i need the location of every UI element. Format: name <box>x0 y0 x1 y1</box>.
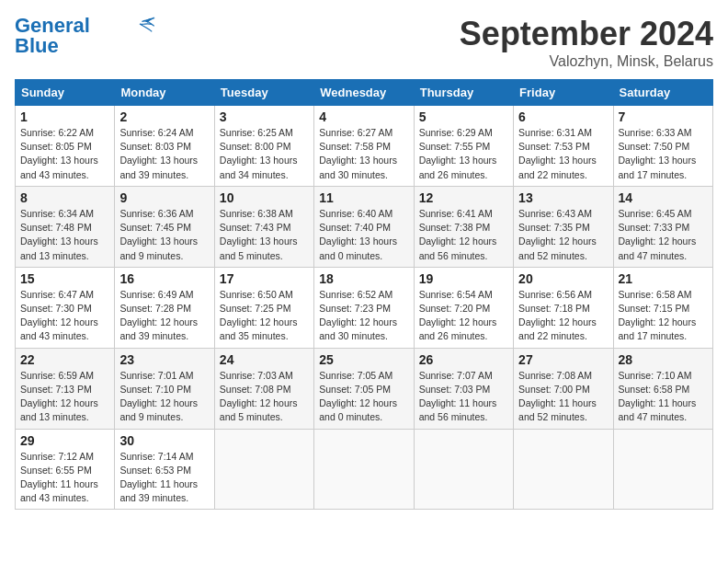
weekday-header-sunday: Sunday <box>16 80 115 106</box>
calendar-cell: 23Sunrise: 7:01 AM Sunset: 7:10 PM Dayli… <box>115 348 214 429</box>
weekday-header-tuesday: Tuesday <box>214 80 313 106</box>
calendar-cell: 7Sunrise: 6:33 AM Sunset: 7:50 PM Daylig… <box>613 106 712 187</box>
weekday-header-thursday: Thursday <box>414 80 513 106</box>
day-number: 3 <box>220 109 309 124</box>
calendar-cell: 13Sunrise: 6:43 AM Sunset: 7:35 PM Dayli… <box>514 186 613 267</box>
day-info: Sunrise: 6:34 AM Sunset: 7:48 PM Dayligh… <box>20 207 109 263</box>
day-number: 10 <box>220 190 309 205</box>
day-info: Sunrise: 6:22 AM Sunset: 8:05 PM Dayligh… <box>20 126 109 182</box>
day-number: 29 <box>20 433 109 448</box>
calendar-week-row: 22Sunrise: 6:59 AM Sunset: 7:13 PM Dayli… <box>16 348 713 429</box>
day-info: Sunrise: 6:45 AM Sunset: 7:33 PM Dayligh… <box>619 207 708 263</box>
day-info: Sunrise: 6:41 AM Sunset: 7:38 PM Dayligh… <box>419 207 508 263</box>
calendar-cell <box>514 429 613 510</box>
day-number: 21 <box>619 271 708 286</box>
day-info: Sunrise: 6:49 AM Sunset: 7:28 PM Dayligh… <box>119 288 209 344</box>
calendar-cell: 24Sunrise: 7:03 AM Sunset: 7:08 PM Dayli… <box>214 348 313 429</box>
day-number: 11 <box>319 190 408 205</box>
day-info: Sunrise: 6:56 AM Sunset: 7:18 PM Dayligh… <box>518 288 608 344</box>
day-number: 17 <box>220 271 309 286</box>
logo-blue-text: Blue <box>15 35 59 57</box>
calendar-cell: 29Sunrise: 7:12 AM Sunset: 6:55 PM Dayli… <box>16 429 115 510</box>
calendar-cell <box>414 429 513 510</box>
calendar-cell: 9Sunrise: 6:36 AM Sunset: 7:45 PM Daylig… <box>115 186 214 267</box>
day-info: Sunrise: 6:33 AM Sunset: 7:50 PM Dayligh… <box>619 126 708 182</box>
day-info: Sunrise: 7:14 AM Sunset: 6:53 PM Dayligh… <box>119 450 209 506</box>
day-info: Sunrise: 7:12 AM Sunset: 6:55 PM Dayligh… <box>20 450 109 506</box>
calendar-cell: 5Sunrise: 6:29 AM Sunset: 7:55 PM Daylig… <box>414 106 513 187</box>
day-info: Sunrise: 6:40 AM Sunset: 7:40 PM Dayligh… <box>319 207 408 263</box>
day-info: Sunrise: 6:52 AM Sunset: 7:23 PM Dayligh… <box>319 288 408 344</box>
day-number: 25 <box>319 352 408 367</box>
day-number: 12 <box>419 190 508 205</box>
day-number: 1 <box>20 109 109 124</box>
day-number: 13 <box>518 190 608 205</box>
day-number: 6 <box>518 109 608 124</box>
day-info: Sunrise: 6:58 AM Sunset: 7:15 PM Dayligh… <box>619 288 708 344</box>
calendar-cell: 16Sunrise: 6:49 AM Sunset: 7:28 PM Dayli… <box>115 267 214 348</box>
day-number: 20 <box>518 271 608 286</box>
title-block: September 2024 Valozhyn, Minsk, Belarus <box>460 15 713 70</box>
day-number: 8 <box>20 190 109 205</box>
calendar-week-row: 1Sunrise: 6:22 AM Sunset: 8:05 PM Daylig… <box>16 106 713 187</box>
calendar-cell: 1Sunrise: 6:22 AM Sunset: 8:05 PM Daylig… <box>16 106 115 187</box>
calendar-cell: 21Sunrise: 6:58 AM Sunset: 7:15 PM Dayli… <box>613 267 712 348</box>
calendar-cell <box>314 429 414 510</box>
calendar-cell: 4Sunrise: 6:27 AM Sunset: 7:58 PM Daylig… <box>314 106 414 187</box>
calendar-cell: 25Sunrise: 7:05 AM Sunset: 7:05 PM Dayli… <box>314 348 414 429</box>
calendar-header-row: SundayMondayTuesdayWednesdayThursdayFrid… <box>16 80 713 106</box>
day-number: 15 <box>20 271 109 286</box>
calendar-cell: 2Sunrise: 6:24 AM Sunset: 8:03 PM Daylig… <box>115 106 214 187</box>
day-number: 4 <box>319 109 408 124</box>
day-info: Sunrise: 7:08 AM Sunset: 7:00 PM Dayligh… <box>518 369 608 425</box>
day-number: 19 <box>419 271 508 286</box>
day-info: Sunrise: 7:07 AM Sunset: 7:03 PM Dayligh… <box>419 369 508 425</box>
day-info: Sunrise: 7:10 AM Sunset: 6:58 PM Dayligh… <box>619 369 708 425</box>
day-info: Sunrise: 7:03 AM Sunset: 7:08 PM Dayligh… <box>220 369 309 425</box>
weekday-header-monday: Monday <box>115 80 214 106</box>
calendar-cell: 10Sunrise: 6:38 AM Sunset: 7:43 PM Dayli… <box>214 186 313 267</box>
calendar-cell: 6Sunrise: 6:31 AM Sunset: 7:53 PM Daylig… <box>514 106 613 187</box>
logo-bird-icon <box>134 16 156 32</box>
day-number: 7 <box>619 109 708 124</box>
day-info: Sunrise: 6:36 AM Sunset: 7:45 PM Dayligh… <box>119 207 209 263</box>
day-number: 9 <box>119 190 209 205</box>
day-info: Sunrise: 6:47 AM Sunset: 7:30 PM Dayligh… <box>20 288 109 344</box>
day-number: 28 <box>619 352 708 367</box>
calendar-table: SundayMondayTuesdayWednesdayThursdayFrid… <box>15 79 713 510</box>
day-info: Sunrise: 6:43 AM Sunset: 7:35 PM Dayligh… <box>518 207 608 263</box>
calendar-cell: 18Sunrise: 6:52 AM Sunset: 7:23 PM Dayli… <box>314 267 414 348</box>
day-info: Sunrise: 6:54 AM Sunset: 7:20 PM Dayligh… <box>419 288 508 344</box>
weekday-header-wednesday: Wednesday <box>314 80 414 106</box>
calendar-cell: 11Sunrise: 6:40 AM Sunset: 7:40 PM Dayli… <box>314 186 414 267</box>
calendar-cell: 3Sunrise: 6:25 AM Sunset: 8:00 PM Daylig… <box>214 106 313 187</box>
day-info: Sunrise: 6:59 AM Sunset: 7:13 PM Dayligh… <box>20 369 109 425</box>
day-info: Sunrise: 6:24 AM Sunset: 8:03 PM Dayligh… <box>119 126 209 182</box>
weekday-header-friday: Friday <box>514 80 613 106</box>
day-info: Sunrise: 6:38 AM Sunset: 7:43 PM Dayligh… <box>220 207 309 263</box>
calendar-cell: 17Sunrise: 6:50 AM Sunset: 7:25 PM Dayli… <box>214 267 313 348</box>
calendar-cell: 27Sunrise: 7:08 AM Sunset: 7:00 PM Dayli… <box>514 348 613 429</box>
day-number: 23 <box>119 352 209 367</box>
page-header: General Blue September 2024 Valozhyn, Mi… <box>15 15 713 70</box>
day-number: 14 <box>619 190 708 205</box>
day-number: 24 <box>220 352 309 367</box>
location-text: Valozhyn, Minsk, Belarus <box>460 53 713 70</box>
calendar-cell: 15Sunrise: 6:47 AM Sunset: 7:30 PM Dayli… <box>16 267 115 348</box>
day-number: 18 <box>319 271 408 286</box>
calendar-cell <box>214 429 313 510</box>
logo: General Blue <box>15 15 156 57</box>
calendar-week-row: 8Sunrise: 6:34 AM Sunset: 7:48 PM Daylig… <box>16 186 713 267</box>
day-number: 30 <box>119 433 209 448</box>
calendar-cell: 20Sunrise: 6:56 AM Sunset: 7:18 PM Dayli… <box>514 267 613 348</box>
day-info: Sunrise: 6:27 AM Sunset: 7:58 PM Dayligh… <box>319 126 408 182</box>
calendar-cell: 28Sunrise: 7:10 AM Sunset: 6:58 PM Dayli… <box>613 348 712 429</box>
calendar-cell: 26Sunrise: 7:07 AM Sunset: 7:03 PM Dayli… <box>414 348 513 429</box>
day-info: Sunrise: 6:50 AM Sunset: 7:25 PM Dayligh… <box>220 288 309 344</box>
calendar-cell: 30Sunrise: 7:14 AM Sunset: 6:53 PM Dayli… <box>115 429 214 510</box>
calendar-cell: 22Sunrise: 6:59 AM Sunset: 7:13 PM Dayli… <box>16 348 115 429</box>
calendar-cell: 12Sunrise: 6:41 AM Sunset: 7:38 PM Dayli… <box>414 186 513 267</box>
calendar-cell: 19Sunrise: 6:54 AM Sunset: 7:20 PM Dayli… <box>414 267 513 348</box>
day-info: Sunrise: 6:25 AM Sunset: 8:00 PM Dayligh… <box>220 126 309 182</box>
day-info: Sunrise: 6:29 AM Sunset: 7:55 PM Dayligh… <box>419 126 508 182</box>
